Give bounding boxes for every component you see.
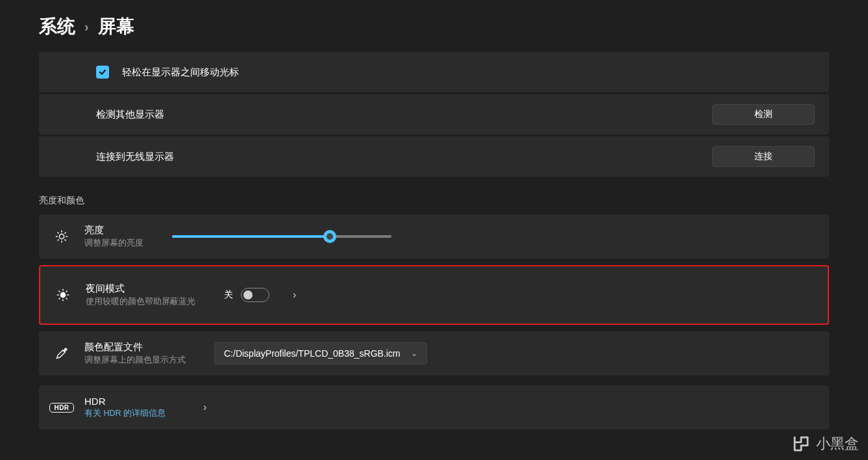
eyedropper-icon bbox=[53, 347, 70, 360]
brightness-title: 亮度 bbox=[84, 224, 143, 236]
svg-point-9 bbox=[60, 292, 65, 297]
svg-line-17 bbox=[66, 290, 68, 292]
chevron-right-icon[interactable]: › bbox=[293, 289, 296, 301]
chevron-down-icon: ⌄ bbox=[411, 349, 417, 358]
color-profile-dropdown[interactable]: C:/DisplayProfiles/TPLCD_0B38_sRGB.icm ⌄ bbox=[214, 342, 427, 364]
svg-line-14 bbox=[58, 290, 60, 292]
watermark: 小黑盒 bbox=[791, 434, 859, 454]
breadcrumb-current: 屏幕 bbox=[98, 14, 134, 39]
svg-line-5 bbox=[57, 232, 58, 233]
detect-button[interactable]: 检测 bbox=[712, 104, 815, 125]
svg-line-6 bbox=[65, 240, 66, 241]
night-light-state: 关 bbox=[224, 289, 233, 301]
night-light-row[interactable]: 夜间模式 使用较暖的颜色帮助屏蔽蓝光 关 › bbox=[39, 265, 829, 325]
easy-cursor-row: 轻松在显示器之间移动光标 bbox=[39, 52, 829, 92]
easy-cursor-label: 轻松在显示器之间移动光标 bbox=[122, 66, 239, 79]
svg-line-16 bbox=[58, 298, 60, 300]
hdr-subtitle-link[interactable]: 有关 HDR 的详细信息 bbox=[84, 408, 166, 419]
night-light-subtitle: 使用较暖的颜色帮助屏蔽蓝光 bbox=[86, 296, 195, 307]
hdr-icon: HDR bbox=[53, 403, 70, 413]
brightness-row[interactable]: 亮度 调整屏幕的亮度 bbox=[39, 214, 829, 259]
svg-line-7 bbox=[57, 240, 58, 241]
detect-displays-row: 检测其他显示器 检测 bbox=[39, 94, 829, 134]
breadcrumb: 系统 › 屏幕 bbox=[39, 0, 829, 52]
watermark-logo-icon bbox=[791, 434, 811, 454]
brightness-subtitle: 调整屏幕的亮度 bbox=[84, 238, 143, 249]
brightness-slider[interactable] bbox=[172, 235, 391, 238]
hdr-row[interactable]: HDR HDR 有关 HDR 的详细信息 › bbox=[39, 385, 829, 429]
svg-line-15 bbox=[66, 298, 68, 300]
night-light-icon bbox=[55, 288, 71, 302]
hdr-title: HDR bbox=[84, 396, 166, 407]
breadcrumb-parent[interactable]: 系统 bbox=[39, 14, 75, 39]
watermark-text: 小黑盒 bbox=[816, 434, 859, 454]
detect-displays-label: 检测其他显示器 bbox=[96, 109, 164, 121]
wireless-display-row: 连接到无线显示器 连接 bbox=[39, 136, 829, 177]
night-light-title: 夜间模式 bbox=[86, 283, 195, 295]
color-profile-value: C:/DisplayProfiles/TPLCD_0B38_sRGB.icm bbox=[224, 348, 401, 359]
wireless-display-label: 连接到无线显示器 bbox=[96, 151, 174, 163]
brightness-icon bbox=[53, 229, 70, 244]
slider-thumb[interactable] bbox=[323, 230, 336, 243]
multi-display-group: 轻松在显示器之间移动光标 检测其他显示器 检测 连接到无线显示器 连接 bbox=[39, 52, 829, 177]
svg-point-0 bbox=[59, 234, 64, 238]
chevron-right-icon[interactable]: › bbox=[203, 402, 206, 413]
easy-cursor-checkbox[interactable] bbox=[96, 66, 109, 79]
color-profile-subtitle: 调整屏幕上的颜色显示方式 bbox=[84, 355, 186, 366]
section-brightness-title: 亮度和颜色 bbox=[39, 195, 829, 207]
night-light-toggle[interactable] bbox=[241, 288, 269, 302]
svg-point-18 bbox=[65, 348, 67, 350]
connect-button[interactable]: 连接 bbox=[712, 146, 815, 167]
svg-line-8 bbox=[65, 232, 66, 233]
color-profile-title: 颜色配置文件 bbox=[84, 341, 186, 353]
color-profile-row[interactable]: 颜色配置文件 调整屏幕上的颜色显示方式 C:/DisplayProfiles/T… bbox=[39, 331, 829, 376]
chevron-right-icon: › bbox=[84, 19, 89, 34]
